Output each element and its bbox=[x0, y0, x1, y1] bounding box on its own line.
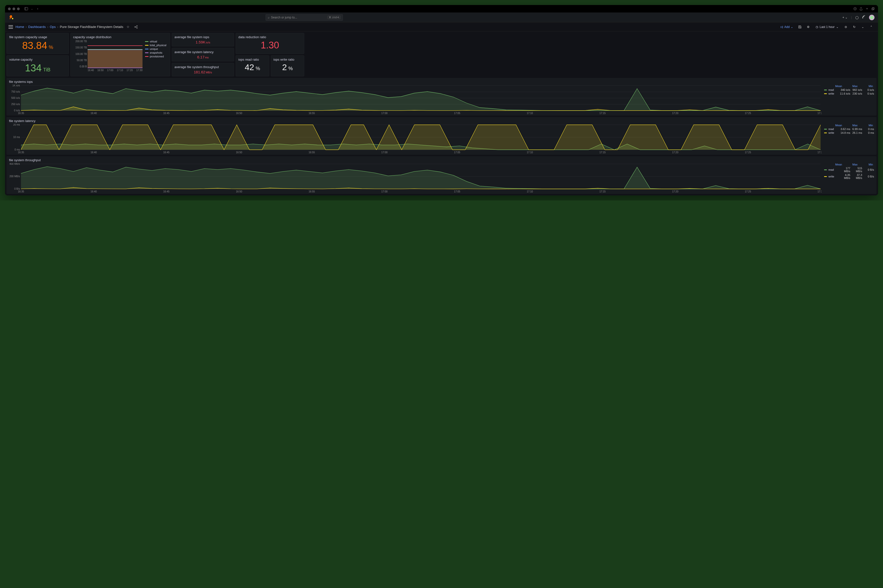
panel-capacity-distribution[interactable]: capacity usage distribution 200.00 TB150… bbox=[70, 33, 170, 76]
svg-line-10 bbox=[135, 26, 137, 27]
svg-text:17:15: 17:15 bbox=[600, 151, 606, 154]
svg-text:16:35: 16:35 bbox=[18, 112, 24, 114]
svg-text:16:40: 16:40 bbox=[91, 190, 97, 193]
chevron-down-icon[interactable]: ⌄ bbox=[31, 7, 33, 10]
panel-latency-timeseries[interactable]: file system latency 0 ms10 ms20 ms16:351… bbox=[6, 117, 877, 155]
svg-text:16:35: 16:35 bbox=[18, 190, 24, 193]
settings-icon[interactable]: ⚙ bbox=[805, 24, 812, 30]
share-dashboard-icon[interactable] bbox=[133, 24, 139, 30]
svg-text:500 io/s: 500 io/s bbox=[11, 97, 20, 99]
panel-fs-usage[interactable]: file system capacity usage 83.84 % bbox=[6, 33, 69, 54]
svg-point-9 bbox=[136, 27, 138, 28]
svg-line-11 bbox=[135, 27, 137, 28]
app-topbar: ⌕ Search or jump to... ⌘ cmd+k + ⌄ | ◯ bbox=[5, 12, 878, 22]
news-icon[interactable] bbox=[862, 15, 865, 20]
stat-value: 1.59K bbox=[196, 40, 205, 44]
svg-text:17:00: 17:00 bbox=[381, 112, 388, 114]
help-icon[interactable]: ◯ bbox=[855, 16, 859, 19]
refresh-interval-icon[interactable]: ⌄ bbox=[859, 24, 866, 30]
panel-avg-iops[interactable]: average file system iops 1.59Kio/s bbox=[172, 33, 234, 46]
panel-write-ratio[interactable]: iops write ratio 2% bbox=[271, 56, 304, 76]
window-titlebar: ⌄ ‹ + bbox=[5, 5, 878, 12]
user-avatar[interactable] bbox=[869, 15, 874, 20]
search-placeholder: Search or jump to... bbox=[271, 16, 297, 19]
traffic-lights[interactable] bbox=[8, 8, 20, 10]
panel-title: file system throughput bbox=[9, 158, 874, 162]
svg-text:17:30: 17:30 bbox=[817, 190, 822, 193]
svg-text:20 ms: 20 ms bbox=[13, 124, 20, 126]
back-icon[interactable]: ‹ bbox=[36, 7, 40, 11]
svg-text:17:20: 17:20 bbox=[672, 190, 678, 193]
panel-title: average file system latency bbox=[174, 50, 231, 54]
panel-iops-timeseries[interactable]: file systems iops 0 io/s250 io/s500 io/s… bbox=[6, 78, 877, 116]
svg-text:17:25: 17:25 bbox=[745, 151, 751, 154]
refresh-icon[interactable]: ↻ bbox=[851, 24, 858, 30]
svg-text:16:45: 16:45 bbox=[163, 190, 169, 193]
zoom-out-icon[interactable]: ⊖ bbox=[843, 24, 849, 30]
crumb-current: Pure Storage FlashBlade Filesystem Detai… bbox=[60, 25, 123, 29]
panel-throughput-timeseries[interactable]: file system throughput 0 B/s200 MB/s400 … bbox=[6, 156, 877, 194]
panel-title: iops write ratio bbox=[274, 58, 302, 62]
legend: virtualtotal_physicaluniquesnapshotsprov… bbox=[145, 40, 168, 72]
crumb-dashboards[interactable]: Dashboards bbox=[28, 25, 46, 29]
time-range-label: Last 1 hour bbox=[820, 25, 835, 29]
svg-text:17:10: 17:10 bbox=[526, 151, 533, 154]
collapse-icon[interactable]: ⌃ bbox=[868, 24, 874, 30]
sidebar-icon[interactable] bbox=[24, 7, 28, 11]
svg-text:400 MB/s: 400 MB/s bbox=[9, 163, 20, 165]
stat-unit: % bbox=[288, 66, 293, 71]
stat-value: 42 bbox=[244, 62, 254, 72]
save-icon[interactable] bbox=[797, 24, 803, 30]
add-button[interactable]: ⫾⫿ Add ⌄ bbox=[779, 24, 795, 30]
plus-icon[interactable]: + bbox=[865, 7, 869, 11]
plus-dropdown-icon[interactable]: + ⌄ bbox=[843, 16, 847, 19]
svg-text:17:00: 17:00 bbox=[381, 151, 388, 154]
download-icon[interactable] bbox=[853, 7, 857, 11]
chevron-down-icon: ⌄ bbox=[791, 25, 793, 29]
svg-text:17:10: 17:10 bbox=[526, 112, 533, 114]
svg-text:16:50: 16:50 bbox=[236, 151, 242, 154]
panel-avg-latency[interactable]: average file system latency 6.17ms bbox=[172, 48, 234, 62]
svg-text:16:40: 16:40 bbox=[91, 151, 97, 154]
panel-read-ratio[interactable]: iops read ratio 42% bbox=[235, 56, 269, 76]
svg-text:0 ms: 0 ms bbox=[15, 148, 20, 151]
svg-text:17:05: 17:05 bbox=[454, 151, 460, 154]
svg-text:17:00: 17:00 bbox=[381, 190, 388, 193]
breadcrumb: Home› Dashboards› Ops› Pure Storage Flas… bbox=[15, 24, 139, 30]
share-icon[interactable] bbox=[859, 7, 863, 11]
plot-area: 0 ms10 ms20 ms16:3516:4016:4516:5016:551… bbox=[9, 124, 822, 154]
panel-vol-capacity[interactable]: volume capacity 134 TiB bbox=[6, 56, 69, 76]
time-range-picker[interactable]: ◷ Last 1 hour ⌄ bbox=[814, 24, 841, 30]
crumb-ops[interactable]: Ops bbox=[49, 25, 55, 29]
stat-value: 134 bbox=[25, 62, 42, 74]
panel-title: volume capacity bbox=[9, 58, 66, 62]
svg-text:16:50: 16:50 bbox=[236, 190, 242, 193]
crumb-home[interactable]: Home bbox=[15, 25, 24, 29]
panel-data-reduction[interactable]: data reduction ratio 1.30 bbox=[235, 33, 304, 54]
panel-title: average file system throughput bbox=[174, 65, 231, 69]
star-icon[interactable]: ☆ bbox=[125, 24, 131, 30]
svg-text:17:15: 17:15 bbox=[600, 112, 606, 114]
svg-text:16:45: 16:45 bbox=[163, 151, 169, 154]
stat-unit: TiB bbox=[43, 67, 50, 73]
search-icon: ⌕ bbox=[268, 16, 270, 19]
legend: MeanMaxMinread3.62 ms6.99 ms0 mswrite14.… bbox=[824, 124, 874, 154]
menu-toggle-icon[interactable] bbox=[9, 25, 13, 29]
svg-point-8 bbox=[136, 26, 138, 27]
svg-text:17:05: 17:05 bbox=[454, 190, 460, 193]
svg-point-5 bbox=[12, 18, 13, 19]
search-input[interactable]: ⌕ Search or jump to... ⌘ cmd+k bbox=[265, 14, 343, 21]
svg-text:16:35: 16:35 bbox=[18, 151, 24, 154]
svg-text:17:30: 17:30 bbox=[817, 112, 822, 114]
svg-rect-0 bbox=[25, 8, 28, 10]
svg-text:17:20: 17:20 bbox=[672, 112, 678, 114]
svg-text:16:55: 16:55 bbox=[309, 190, 315, 193]
svg-text:250 io/s: 250 io/s bbox=[11, 103, 20, 106]
svg-text:17:15: 17:15 bbox=[600, 190, 606, 193]
plot-area: 0 io/s250 io/s500 io/s750 io/s1K io/s16:… bbox=[9, 85, 822, 114]
stat-value: 6.17 bbox=[197, 55, 204, 59]
grafana-logo-icon[interactable] bbox=[9, 15, 14, 20]
copy-icon[interactable] bbox=[871, 7, 875, 11]
panel-avg-throughput[interactable]: average file system throughput 181.62MB/… bbox=[172, 63, 234, 76]
stat-value: 1.30 bbox=[261, 40, 279, 51]
